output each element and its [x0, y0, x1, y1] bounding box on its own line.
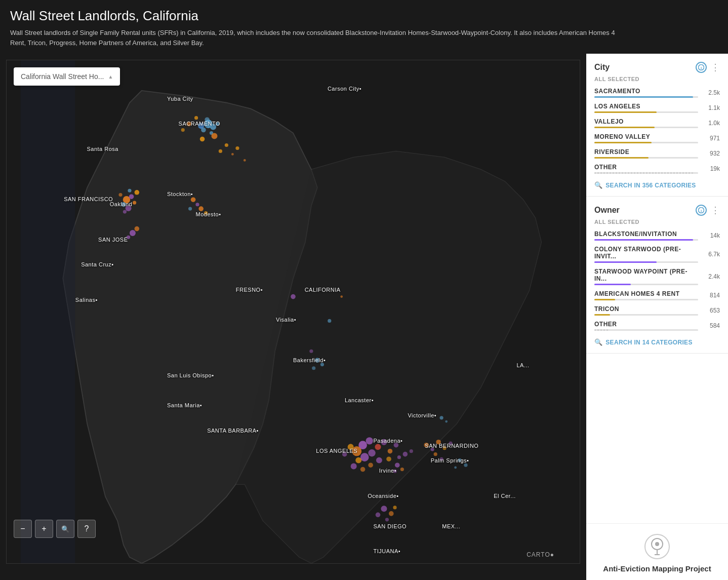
owner-item-label: BLACKSTONE/INVITATION — [594, 230, 698, 238]
svg-text:i: i — [701, 66, 702, 70]
owner-filter-item[interactable]: TRICON 653 — [594, 303, 720, 318]
city-info-button[interactable]: i — [696, 62, 707, 73]
city-item-label: MORENO VALLEY — [594, 133, 698, 140]
map-controls: − + 🔍 ? — [14, 520, 96, 538]
svg-point-58 — [434, 452, 437, 456]
zoom-out-button[interactable]: − — [14, 520, 32, 538]
city-item-bar — [594, 142, 652, 143]
owner-item-bar-container — [594, 299, 698, 300]
city-item-bar-container — [594, 142, 698, 143]
owner-item-value: 814 — [702, 292, 720, 299]
svg-point-40 — [381, 439, 387, 445]
city-menu-button[interactable]: ⋮ — [711, 63, 720, 72]
layer-selector-chevron: ▲ — [108, 74, 113, 80]
owner-filter-item[interactable]: OTHER 584 — [594, 318, 720, 333]
owner-item-label: TRICON — [594, 305, 698, 313]
svg-point-55 — [436, 440, 441, 445]
city-search-label: SEARCH IN 356 CATEGORIES — [605, 182, 696, 189]
owner-menu-button[interactable]: ⋮ — [711, 206, 720, 215]
svg-point-53 — [424, 443, 429, 448]
map-search-button[interactable]: 🔍 — [56, 520, 74, 538]
city-all-selected: ALL SELECTED — [594, 76, 720, 82]
svg-point-22 — [188, 207, 192, 211]
svg-point-29 — [340, 295, 343, 298]
brand-icon — [644, 534, 670, 559]
svg-point-88 — [655, 542, 659, 546]
owner-item-bar-container — [594, 314, 698, 316]
owner-item-label: STARWOOD WAYPOINT (PRE-IN... — [594, 268, 698, 282]
city-search-categories[interactable]: 🔍 SEARCH IN 356 CATEGORIES — [594, 176, 720, 192]
city-item-label: SACRAMENTO — [594, 88, 698, 95]
svg-point-52 — [410, 449, 413, 453]
svg-point-8 — [198, 123, 204, 129]
owner-item-label: OTHER — [594, 321, 698, 328]
page-title: Wall Street Landlords, California — [10, 8, 718, 24]
svg-point-77 — [393, 470, 396, 473]
layer-selector-button[interactable]: California Wall Street Ho... ▲ — [14, 67, 120, 86]
owner-item-bar — [594, 261, 657, 263]
city-item-bar — [594, 157, 649, 159]
city-filter-item[interactable]: MORENO VALLEY 971 — [594, 131, 720, 146]
city-filter-item[interactable]: OTHER 19k — [594, 161, 720, 176]
svg-point-48 — [386, 456, 391, 461]
city-item-bar-container — [594, 96, 698, 98]
owner-item-value: 653 — [702, 307, 720, 314]
svg-point-26 — [291, 294, 296, 299]
svg-point-63 — [393, 506, 396, 509]
brand-section: Anti-Eviction Mapping Project — [586, 523, 728, 580]
owner-item-content: TRICON — [594, 305, 698, 316]
svg-point-75 — [395, 462, 400, 468]
owner-info-button[interactable]: i — [696, 205, 707, 216]
owner-filter-item[interactable]: STARWOOD WAYPOINT (PRE-IN... 2.4k — [594, 265, 720, 288]
city-item-bar-container — [594, 157, 698, 159]
layer-selector-label: California Wall Street Ho... — [21, 72, 104, 81]
main-content: Yuba CityCarson City•Santa RosaSACRAMENT… — [0, 54, 728, 580]
city-item-bar — [594, 96, 693, 98]
city-filter-section: City i ⋮ ALL SELECTED SACRAMENTO — [586, 54, 728, 197]
city-item-bar — [594, 111, 657, 113]
city-item-content: LOS ANGELES — [594, 103, 698, 113]
info-icon: i — [698, 64, 704, 70]
zoom-in-button[interactable]: + — [35, 520, 53, 538]
city-filter-item[interactable]: VALLEJO 1.0k — [594, 115, 720, 131]
owner-search-categories[interactable]: 🔍 SEARCH IN 14 CATEGORIES — [594, 333, 720, 349]
owner-item-label: COLONY STARWOOD (PRE-INVIT... — [594, 246, 698, 260]
owner-filter-item[interactable]: AMERICAN HOMES 4 RENT 814 — [594, 288, 720, 303]
owner-filter-item[interactable]: COLONY STARWOOD (PRE-INVIT... 6.7k — [594, 243, 720, 265]
svg-point-82 — [445, 420, 448, 423]
owner-item-bar — [594, 314, 610, 316]
owner-item-value: 6.7k — [702, 251, 720, 258]
city-item-content: OTHER — [594, 164, 698, 174]
map-background: Yuba CityCarson City•Santa RosaSACRAMENT… — [7, 60, 580, 563]
svg-rect-1 — [21, 60, 75, 563]
city-item-label: RIVERSIDE — [594, 148, 698, 156]
svg-point-73 — [186, 122, 191, 127]
city-filter-item[interactable]: LOS ANGELES 1.1k — [594, 100, 720, 115]
owner-filter-item[interactable]: BLACKSTONE/INVITATION 14k — [594, 228, 720, 243]
owner-item-bar — [594, 329, 609, 331]
city-item-content: MORENO VALLEY — [594, 133, 698, 143]
svg-point-11 — [121, 202, 126, 207]
owner-search-label: SEARCH IN 14 CATEGORIES — [605, 339, 692, 346]
svg-point-32 — [312, 366, 315, 370]
svg-point-78 — [458, 458, 461, 462]
svg-point-23 — [130, 230, 136, 236]
city-header-icons: i ⋮ — [696, 62, 720, 73]
svg-point-81 — [440, 416, 443, 419]
city-filter-item[interactable]: SACRAMENTO 2.5k — [594, 85, 720, 100]
owner-item-content: OTHER — [594, 321, 698, 331]
svg-point-45 — [397, 455, 401, 459]
map-help-button[interactable]: ? — [77, 520, 96, 538]
owner-item-value: 2.4k — [702, 273, 720, 280]
city-item-value: 1.0k — [702, 120, 720, 127]
svg-point-64 — [385, 518, 389, 521]
city-filter-item[interactable]: RIVERSIDE 932 — [594, 146, 720, 161]
city-item-label: LOS ANGELES — [594, 103, 698, 110]
city-item-value: 1.1k — [702, 104, 720, 111]
svg-point-17 — [123, 210, 127, 214]
owner-item-content: BLACKSTONE/INVITATION — [594, 230, 698, 241]
location-pin-icon — [650, 537, 665, 556]
svg-point-24 — [135, 226, 140, 231]
svg-point-67 — [211, 133, 217, 139]
california-map — [7, 60, 580, 563]
